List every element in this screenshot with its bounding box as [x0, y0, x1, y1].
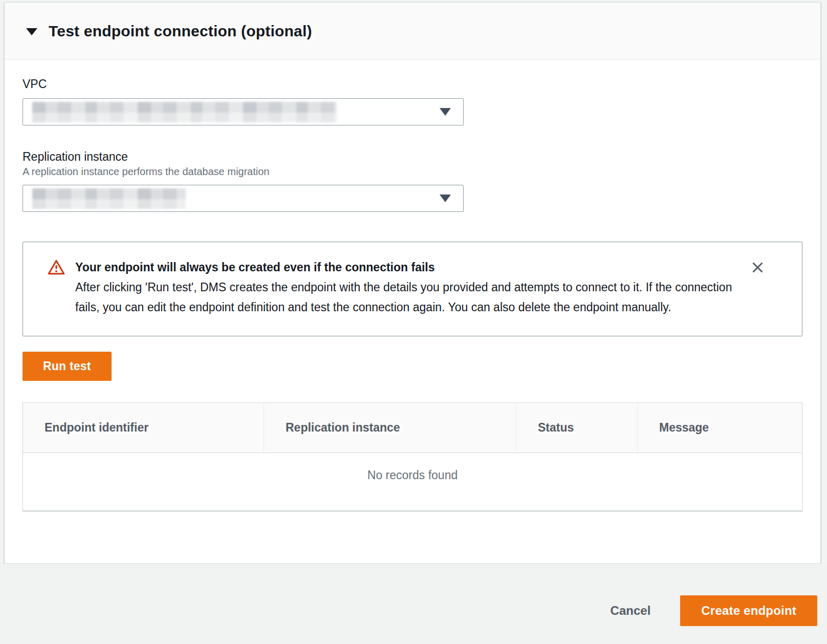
section-body: VPC Replication instance A replication i… [5, 60, 820, 511]
table-header-row: Endpoint identifier Replication instance… [23, 403, 802, 453]
column-header-status: Status [516, 403, 637, 453]
connection-results-table: Endpoint identifier Replication instance… [23, 402, 802, 511]
cancel-button[interactable]: Cancel [611, 604, 651, 618]
close-icon [751, 261, 765, 274]
warning-alert: Your endpoint will always be created eve… [23, 242, 802, 336]
vpc-select[interactable] [23, 98, 464, 125]
column-header-message: Message [637, 403, 802, 453]
table-empty-state: No records found [23, 453, 802, 510]
test-endpoint-connection-panel: Test endpoint connection (optional) VPC … [4, 2, 821, 564]
replication-instance-label: Replication instance [23, 150, 802, 164]
run-test-button[interactable]: Run test [23, 352, 112, 381]
vpc-selected-value-redacted [32, 102, 337, 122]
section-title: Test endpoint connection (optional) [49, 23, 312, 40]
column-header-replication-instance: Replication instance [264, 403, 516, 453]
warning-alert-body: After clicking 'Run test', DMS creates t… [75, 277, 741, 317]
replication-instance-select[interactable] [23, 185, 464, 212]
chevron-down-icon [440, 108, 451, 116]
triangle-down-icon [26, 28, 37, 35]
replication-instance-selected-value-redacted [32, 188, 186, 209]
form-actions-footer: Cancel Create endpoint [0, 564, 827, 644]
vpc-label: VPC [23, 77, 802, 91]
create-endpoint-button[interactable]: Create endpoint [680, 595, 817, 626]
section-header-test-endpoint-connection[interactable]: Test endpoint connection (optional) [5, 3, 820, 60]
warning-alert-text: Your endpoint will always be created eve… [75, 257, 741, 317]
warning-alert-title: Your endpoint will always be created eve… [75, 257, 741, 277]
spacer [23, 125, 802, 150]
column-header-endpoint-identifier: Endpoint identifier [23, 403, 264, 453]
warning-triangle-icon [48, 259, 65, 275]
chevron-down-icon [440, 195, 451, 202]
close-alert-button[interactable] [751, 261, 765, 274]
replication-instance-description: A replication instance performs the data… [23, 166, 802, 178]
